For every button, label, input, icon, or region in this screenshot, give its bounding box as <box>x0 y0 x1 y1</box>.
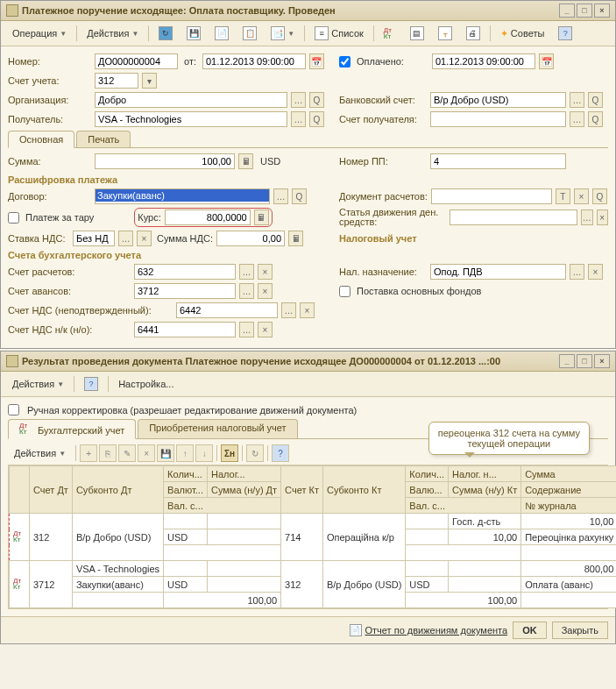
number-field[interactable] <box>95 53 178 69</box>
acc-vat-nk-field[interactable] <box>134 322 236 337</box>
bank-account-field[interactable] <box>430 92 566 108</box>
tab-nalog[interactable]: Приобретения налоговый учет <box>138 419 297 438</box>
cell-acc-kt[interactable]: 714 <box>281 514 323 561</box>
bank-account-ellipsis-icon[interactable]: … <box>570 92 584 108</box>
add-icon[interactable]: + <box>80 444 97 462</box>
col-valut-dt[interactable]: Валют... <box>164 482 208 498</box>
close-button[interactable]: × <box>594 4 610 18</box>
col-valut-kt[interactable]: Валю... <box>406 482 449 498</box>
col-sum[interactable]: Сумма <box>521 466 616 482</box>
result-settings-button[interactable]: Настройка... <box>112 376 180 392</box>
supply-fixed-checkbox[interactable] <box>339 286 350 297</box>
tree-icon[interactable]: ᚁ <box>432 24 458 43</box>
pay-tare-checkbox[interactable] <box>8 212 19 224</box>
rate-calc-icon[interactable]: 🖩 <box>254 210 269 225</box>
vat-rate-clear-icon[interactable]: × <box>137 231 152 246</box>
grid-help-icon[interactable]: ? <box>272 444 289 462</box>
acc-vat-unconf-ellipsis-icon[interactable]: … <box>281 302 296 318</box>
acc-advance-clear-icon[interactable]: × <box>258 283 273 299</box>
cell-valsum-kt[interactable]: 100,00 <box>406 593 521 608</box>
doc-calc-field[interactable] <box>431 188 552 204</box>
result-minimize-button[interactable]: _ <box>559 354 575 368</box>
date-field[interactable] <box>202 53 306 69</box>
col-qty-kt[interactable]: Колич... <box>406 466 449 482</box>
sum-field[interactable] <box>95 153 235 169</box>
pp-number-field[interactable] <box>430 153 566 169</box>
contract-open-icon[interactable]: Q <box>292 188 307 204</box>
account-field[interactable] <box>95 73 138 89</box>
account-dropdown-icon[interactable]: ▾ <box>142 73 157 89</box>
rate-field[interactable] <box>165 210 251 225</box>
grid-actions-menu[interactable]: Действия▼ <box>8 445 72 461</box>
cell-sub-dt1[interactable]: VSA - Technologies <box>72 561 163 577</box>
doc-icon[interactable]: 📄 <box>209 24 235 43</box>
bank-account-open-icon[interactable]: Q <box>588 92 603 108</box>
organization-ellipsis-icon[interactable]: … <box>291 92 306 108</box>
basis-icon[interactable]: 📑▼ <box>265 24 301 43</box>
col-icon[interactable] <box>10 466 30 514</box>
result-maximize-button[interactable]: □ <box>577 354 592 368</box>
recipient-field[interactable] <box>95 111 287 127</box>
cell-content[interactable]: Переоцінка рахунку <box>521 529 616 545</box>
acc-settlement-clear-icon[interactable]: × <box>258 264 273 280</box>
acc-vat-unconf-clear-icon[interactable]: × <box>300 302 315 318</box>
paid-date-field[interactable] <box>432 53 535 69</box>
paid-checkbox[interactable] <box>339 56 350 67</box>
result-help-icon[interactable]: ? <box>78 374 104 394</box>
save-grid-icon[interactable]: 💾 <box>157 444 174 462</box>
doc-calc-t-icon[interactable]: T <box>556 188 570 204</box>
recipient-account-field[interactable] <box>430 111 566 127</box>
cell-acc-dt[interactable]: 3712 <box>30 561 73 608</box>
col-acc-dt[interactable]: Счет Дт <box>30 466 73 514</box>
help-icon[interactable]: ? <box>552 24 578 43</box>
down-icon[interactable]: ↓ <box>195 444 213 462</box>
cell-sum[interactable]: 10,00 <box>521 514 616 529</box>
col-sum-nu-dt[interactable]: Сумма (н/у) Дт <box>207 482 280 498</box>
operation-menu[interactable]: Операция▼ <box>6 25 73 41</box>
cell-sub-dt[interactable]: В/р Добро (USD) <box>72 514 163 561</box>
edit-icon[interactable]: ✎ <box>118 444 136 462</box>
col-sub-dt[interactable]: Субконто Дт <box>72 466 163 514</box>
col-nalog-kt[interactable]: Налог. н... <box>449 466 521 482</box>
recipient-open-icon[interactable]: Q <box>309 111 324 127</box>
cell-val-dt[interactable]: USD <box>164 529 208 545</box>
acc-vat-unconf-field[interactable] <box>176 302 278 318</box>
print-icon[interactable]: 🖨 <box>460 24 486 43</box>
tab-main[interactable]: Основная <box>8 131 74 148</box>
cell-valsum-dt[interactable]: 100,00 <box>164 593 281 608</box>
report-link[interactable]: Отчет по движениям документа <box>365 625 508 636</box>
up-icon[interactable]: ↑ <box>176 444 194 462</box>
recipient-ellipsis-icon[interactable]: … <box>291 111 306 127</box>
doc-calc-open-icon[interactable]: Q <box>592 188 607 204</box>
date-picker-icon[interactable]: 📅 <box>309 53 324 69</box>
paid-date-picker-icon[interactable]: 📅 <box>539 53 554 69</box>
cash-flow-ellipsis-icon[interactable]: … <box>581 210 592 225</box>
result-close-button[interactable]: × <box>594 354 610 368</box>
tab-print[interactable]: Печать <box>76 131 131 147</box>
cell-val-kt[interactable]: USD <box>406 577 449 593</box>
sigma-icon[interactable]: Σн <box>221 444 238 462</box>
cell-sum-nu-kt[interactable]: 10,00 <box>449 529 521 545</box>
tips-button[interactable]: ✦Советы <box>494 25 550 42</box>
acc-vat-nk-clear-icon[interactable]: × <box>258 322 273 337</box>
acc-settlement-field[interactable] <box>134 264 236 280</box>
actions-menu[interactable]: Действия▼ <box>81 25 145 41</box>
copy-icon[interactable]: ⎘ <box>99 444 117 462</box>
col-valsum-kt[interactable]: Вал. с... <box>406 498 521 514</box>
cell-sum[interactable]: 800,00 <box>521 561 616 577</box>
dtkt-icon[interactable]: ДтКт <box>378 25 402 42</box>
cell-val-dt[interactable]: USD <box>164 577 208 593</box>
tax-purpose-ellipsis-icon[interactable]: … <box>570 264 584 280</box>
ok-button[interactable]: OK <box>513 622 547 639</box>
struct-icon[interactable]: ▤ <box>404 24 430 43</box>
cell-sub-dt2[interactable]: Закупки(аванс) <box>72 577 163 593</box>
refresh-icon[interactable]: ↻ <box>152 24 179 43</box>
col-acc-kt[interactable]: Счет Кт <box>281 466 323 514</box>
col-nalog-dt[interactable]: Налог... <box>207 466 280 482</box>
refresh-grid-icon[interactable]: ↻ <box>246 444 264 462</box>
tax-purpose-field[interactable] <box>430 264 566 280</box>
save-icon[interactable]: 💾 <box>181 24 207 43</box>
vat-rate-dropdown-icon[interactable]: … <box>118 231 133 246</box>
col-valsum-dt[interactable]: Вал. с... <box>164 498 281 514</box>
doc2-icon[interactable]: 📋 <box>237 24 263 43</box>
